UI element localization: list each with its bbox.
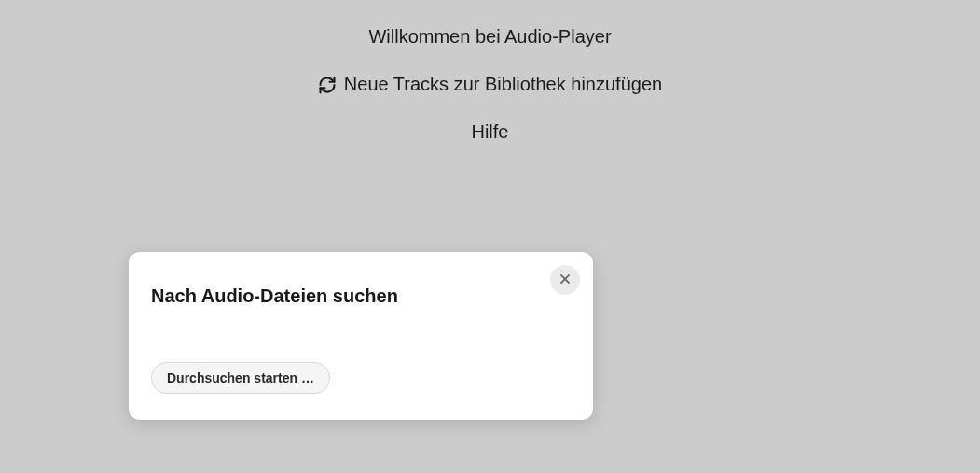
start-scan-button[interactable]: Durchsuchen starten … <box>151 362 330 394</box>
dialog-title: Nach Audio-Dateien suchen <box>151 285 398 307</box>
help-link[interactable]: Hilfe <box>471 121 508 143</box>
close-button[interactable] <box>550 265 580 295</box>
add-tracks-link[interactable]: Neue Tracks zur Bibliothek hinzufügen <box>318 74 662 95</box>
add-tracks-label: Neue Tracks zur Bibliothek hinzufügen <box>344 74 662 95</box>
scan-dialog: Nach Audio-Dateien suchen Durchsuchen st… <box>129 252 593 420</box>
welcome-area: Willkommen bei Audio-Player Neue Tracks … <box>0 0 980 143</box>
close-icon <box>559 272 572 288</box>
refresh-icon <box>318 76 337 94</box>
welcome-title: Willkommen bei Audio-Player <box>368 26 611 48</box>
dialog-header: Nach Audio-Dateien suchen <box>151 274 571 307</box>
